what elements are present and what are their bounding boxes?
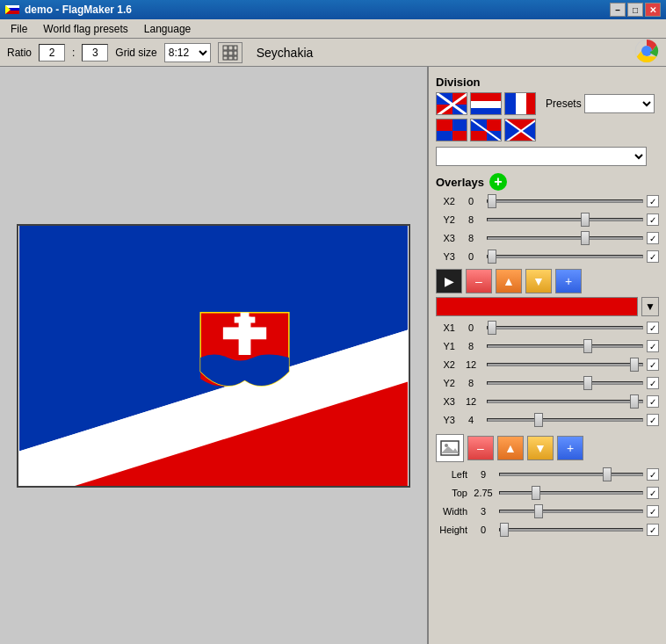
duplicate-button[interactable]: + xyxy=(555,269,582,293)
division-pattern-1[interactable] xyxy=(436,92,467,115)
maximize-button[interactable]: □ xyxy=(627,3,643,17)
top-l2-slider[interactable] xyxy=(499,491,643,495)
flag-preview-panel xyxy=(0,67,429,644)
overlays-header: Overlays + xyxy=(436,173,659,191)
close-button[interactable]: ✕ xyxy=(645,3,661,17)
x3-l1-checkbox[interactable]: ✓ xyxy=(647,395,659,408)
svg-rect-8 xyxy=(228,51,233,55)
division-patterns: Presets xyxy=(436,92,659,115)
height-l2-checkbox[interactable]: ✓ xyxy=(647,524,659,536)
slider-row-x3: X3 8 ✓ xyxy=(436,229,659,247)
y2-l1-label: Y2 xyxy=(436,378,455,388)
x1-l1-value: 0 xyxy=(459,322,483,333)
main-content: Division xyxy=(0,67,666,644)
y3-l1-slider[interactable] xyxy=(487,418,643,422)
height-l2-label: Height xyxy=(436,525,467,535)
overlay1-controls: ▶ – ▲ ▼ + xyxy=(436,269,659,293)
x3-l1-slider[interactable] xyxy=(487,400,643,403)
svg-point-15 xyxy=(643,47,650,54)
svg-rect-29 xyxy=(471,93,502,101)
overlay-layer2-sliders: Left 9 ✓ Top 2.75 ✓ Width 3 xyxy=(432,466,662,539)
y2-checkbox[interactable]: ✓ xyxy=(647,213,659,226)
x3-l1-label: X3 xyxy=(436,396,455,407)
x1-l1-slider[interactable] xyxy=(487,326,643,329)
remove-overlay-button[interactable]: – xyxy=(466,269,492,293)
division-pattern-2[interactable] xyxy=(470,92,502,115)
image-icon xyxy=(439,438,460,459)
presets-select[interactable] xyxy=(584,94,655,113)
svg-rect-5 xyxy=(228,46,233,50)
overlay2-controls: – ▲ ▼ + xyxy=(436,434,659,462)
minimize-button[interactable]: – xyxy=(610,3,626,17)
y2-l1-slider[interactable] xyxy=(487,381,643,385)
menubar: File World flag presets Language xyxy=(0,19,666,39)
width-l2-checkbox[interactable]: ✓ xyxy=(647,505,659,517)
svg-rect-37 xyxy=(452,131,467,141)
move-down2-button[interactable]: ▼ xyxy=(527,436,554,460)
division-pattern-3[interactable] xyxy=(504,92,536,115)
y3-checkbox[interactable]: ✓ xyxy=(647,250,659,263)
move-up-button[interactable]: ▲ xyxy=(496,269,522,293)
grid-icon xyxy=(222,45,238,61)
duplicate2-button[interactable]: + xyxy=(557,436,583,460)
y2-value: 8 xyxy=(459,214,483,225)
width-l2-slider[interactable] xyxy=(499,510,643,513)
top-l2-checkbox[interactable]: ✓ xyxy=(647,487,659,499)
y2-slider[interactable] xyxy=(487,218,643,221)
color-dropdown-arrow-1[interactable]: ▼ xyxy=(641,297,659,316)
x2-l1-slider[interactable] xyxy=(487,363,643,366)
x3-value: 8 xyxy=(459,233,483,243)
menu-file[interactable]: File xyxy=(4,21,34,37)
y1-l1-checkbox[interactable]: ✓ xyxy=(647,340,659,352)
x2-l1-checkbox[interactable]: ✓ xyxy=(647,358,659,371)
grid-size-select[interactable]: 8:12 4:6 16:24 xyxy=(164,43,211,62)
x3-slider[interactable] xyxy=(487,236,643,240)
remove-overlay2-button[interactable]: – xyxy=(467,436,494,460)
flag-canvas xyxy=(17,224,410,488)
y1-l1-slider[interactable] xyxy=(487,344,643,348)
right-panel: Division xyxy=(429,67,666,644)
svg-marker-49 xyxy=(441,446,459,453)
flag-name: Seychakia xyxy=(250,46,321,60)
left-l2-slider[interactable] xyxy=(499,473,643,476)
division-pattern-6[interactable] xyxy=(504,119,536,141)
slider-row-x3-l1: X3 12 ✓ xyxy=(436,393,659,410)
play-button[interactable]: ▶ xyxy=(436,269,462,293)
top-l2-label: Top xyxy=(436,488,467,498)
y3-slider[interactable] xyxy=(487,255,643,258)
y3-l1-label: Y3 xyxy=(436,415,455,425)
svg-rect-6 xyxy=(234,46,237,50)
ratio-input-2[interactable] xyxy=(82,44,108,62)
y2-l1-checkbox[interactable]: ✓ xyxy=(647,377,659,389)
slider-row-top-l2: Top 2.75 ✓ xyxy=(436,484,659,502)
y3-l1-checkbox[interactable]: ✓ xyxy=(647,414,659,426)
division-pattern-4[interactable] xyxy=(436,119,467,141)
svg-rect-34 xyxy=(526,93,536,115)
menu-world-flag-presets[interactable]: World flag presets xyxy=(36,21,135,37)
svg-rect-10 xyxy=(223,56,228,60)
grid-toggle-button[interactable] xyxy=(218,42,243,63)
y1-l1-label: Y1 xyxy=(436,341,455,351)
move-up2-button[interactable]: ▲ xyxy=(497,436,524,460)
x1-l1-checkbox[interactable]: ✓ xyxy=(647,322,659,334)
x3-l1-value: 12 xyxy=(459,396,483,407)
color-box-1[interactable] xyxy=(436,297,638,316)
x2-slider[interactable] xyxy=(487,199,643,203)
left-l2-checkbox[interactable]: ✓ xyxy=(647,468,659,481)
x2-checkbox[interactable]: ✓ xyxy=(647,195,659,207)
move-down-button[interactable]: ▼ xyxy=(525,269,552,293)
y1-l1-value: 8 xyxy=(459,341,483,351)
division-dropdown[interactable] xyxy=(436,147,647,166)
menu-language[interactable]: Language xyxy=(137,21,198,37)
image-icon-box[interactable] xyxy=(436,434,464,462)
svg-rect-20 xyxy=(223,327,266,339)
division-pattern-5[interactable] xyxy=(470,119,502,141)
add-overlay-button[interactable]: + xyxy=(489,173,507,191)
ratio-input-1[interactable] xyxy=(39,44,65,62)
svg-rect-36 xyxy=(437,119,452,131)
x3-checkbox[interactable]: ✓ xyxy=(647,232,659,244)
height-l2-slider[interactable] xyxy=(499,528,643,532)
division-patterns-row2 xyxy=(436,119,659,141)
svg-rect-22 xyxy=(235,316,256,322)
top-l2-value: 2.75 xyxy=(471,488,496,498)
